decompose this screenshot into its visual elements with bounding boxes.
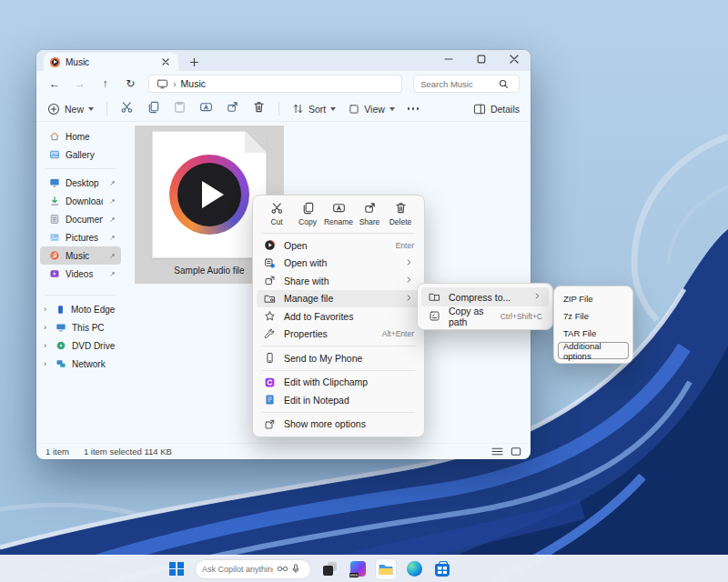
task-view-button[interactable]: [319, 559, 339, 579]
sidebar-divider: [46, 295, 116, 296]
search-input[interactable]: [420, 79, 499, 89]
sidebar-label: Pictures: [66, 233, 98, 243]
sidebar-item-phone[interactable]: › Moto Edge 50 Neo: [40, 300, 121, 318]
file-explorer-icon: [378, 561, 394, 577]
copy-command[interactable]: Copy: [293, 201, 322, 226]
forward-icon[interactable]: →: [73, 77, 87, 90]
menu-label: Additional options: [563, 341, 623, 361]
tab-music[interactable]: Music: [44, 53, 178, 71]
microsoft-store-button[interactable]: [432, 559, 452, 579]
details-label: Details: [490, 104, 520, 115]
up-icon[interactable]: ↑: [98, 77, 113, 90]
rename-command[interactable]: Rename: [324, 201, 353, 226]
file-explorer-button[interactable]: [376, 559, 396, 579]
menu-shortcut: Ctrl+Shift+C: [500, 312, 542, 321]
rename-button[interactable]: [199, 100, 213, 117]
breadcrumb[interactable]: Music: [181, 78, 206, 89]
cut-command[interactable]: Cut: [262, 201, 291, 226]
microphone-icon[interactable]: [292, 564, 299, 574]
details-view-icon[interactable]: [491, 447, 503, 457]
address-bar[interactable]: › Music: [148, 75, 402, 93]
context-menu: Cut Copy Rename Share Delete: [252, 195, 425, 437]
paste-button[interactable]: [173, 100, 187, 117]
submenu-item-zip-file[interactable]: ZIP File: [558, 290, 629, 307]
delete-button[interactable]: [252, 100, 266, 117]
sidebar-item-network[interactable]: › Network: [40, 355, 121, 373]
pin-icon: [108, 252, 116, 260]
refresh-icon[interactable]: ↻: [123, 77, 137, 90]
sort-button[interactable]: Sort: [292, 103, 336, 115]
menu-item-add-to-favorites[interactable]: Add to Favorites: [257, 307, 420, 326]
menu-item-share-with[interactable]: Share with: [257, 272, 420, 290]
cut-button[interactable]: [120, 100, 134, 117]
maximize-button[interactable]: [474, 53, 489, 65]
new-button[interactable]: New: [47, 103, 94, 115]
submenu-item-compress-to[interactable]: Compress to...: [421, 287, 549, 306]
submenu-item-additional-options[interactable]: Additional options: [558, 342, 629, 359]
taskbar-search[interactable]: [195, 559, 311, 579]
tab-close-icon[interactable]: [159, 55, 172, 68]
phone-outline-icon: [263, 352, 276, 365]
windows-logo-icon: [169, 562, 184, 577]
menu-item-edit-in-notepad[interactable]: Edit in Notepad: [257, 391, 420, 409]
location-icon: [157, 79, 168, 89]
sidebar-label: Downloads: [66, 196, 103, 206]
sidebar-item-dvd-drive[interactable]: › DVD Drive (D:) CCC: [40, 336, 121, 355]
submenu-item-7z-file[interactable]: 7z File: [558, 307, 629, 325]
documents-icon: [49, 214, 60, 225]
view-button[interactable]: View: [349, 104, 395, 115]
phone-icon: [56, 305, 66, 315]
sidebar-item-gallery[interactable]: Gallery: [40, 146, 121, 164]
desktop: Music ← → ↑: [0, 0, 728, 582]
menu-label: TAR File: [563, 328, 596, 338]
large-icons-view-icon[interactable]: [511, 447, 521, 457]
menu-item-properties[interactable]: Properties Alt+Enter: [257, 326, 420, 344]
sidebar-item-music[interactable]: Music: [40, 246, 121, 265]
videos-icon: [49, 268, 60, 279]
sidebar-item-home[interactable]: Home: [40, 127, 121, 146]
expand-chevron-icon[interactable]: ›: [44, 305, 50, 314]
submenu-item-tar-file[interactable]: TAR File: [558, 325, 629, 342]
share-button[interactable]: [226, 100, 239, 117]
menu-item-open[interactable]: Open Enter: [257, 236, 420, 255]
new-tab-button[interactable]: [187, 55, 200, 68]
share-command[interactable]: Share: [355, 201, 384, 226]
expand-chevron-icon[interactable]: ›: [44, 341, 50, 350]
sidebar-item-desktop[interactable]: Desktop: [40, 174, 121, 192]
submenu-item-copy-as-path[interactable]: Copy as path Ctrl+Shift+C: [421, 306, 549, 326]
close-button[interactable]: [507, 53, 521, 65]
menu-divider: [262, 370, 415, 371]
sidebar-item-videos[interactable]: Videos: [40, 265, 121, 283]
manage-file-submenu: Compress to... Copy as path Ctrl+Shift+C: [417, 283, 553, 330]
back-icon[interactable]: ←: [47, 77, 62, 90]
start-button[interactable]: [167, 559, 187, 579]
view-icon: [349, 104, 359, 115]
expand-chevron-icon[interactable]: ›: [44, 323, 50, 332]
edge-button[interactable]: [404, 559, 424, 579]
msn-button[interactable]: MSN: [348, 559, 368, 579]
menu-item-edit-with-clipchamp[interactable]: Edit with Clipchamp: [257, 374, 420, 392]
more-options-icon[interactable]: [408, 107, 420, 110]
expand-chevron-icon[interactable]: ›: [44, 359, 50, 368]
minimize-button[interactable]: [441, 53, 456, 65]
menu-item-show-more-options[interactable]: Show more options: [257, 416, 420, 434]
delete-command[interactable]: Delete: [386, 201, 415, 226]
copilot-search-input[interactable]: [202, 565, 273, 574]
details-toggle-button[interactable]: Details: [473, 104, 520, 115]
menu-label: ZIP File: [563, 294, 593, 304]
sidebar-item-downloads[interactable]: Downloads: [40, 192, 121, 210]
copy-button[interactable]: [147, 100, 160, 117]
play-icon: [202, 181, 224, 208]
sidebar-item-this-pc[interactable]: › This PC: [40, 318, 121, 336]
search-box[interactable]: [413, 75, 520, 93]
menu-item-send-to-phone[interactable]: Send to My Phone: [257, 349, 420, 367]
menu-item-manage-file[interactable]: Manage file: [257, 290, 420, 308]
compress-folder-icon: [428, 291, 440, 304]
menu-item-open-with[interactable]: Open with: [257, 255, 420, 273]
downloads-icon: [49, 196, 60, 206]
sidebar-item-documents[interactable]: Documents: [40, 210, 121, 228]
pin-icon: [108, 216, 116, 224]
network-icon: [56, 358, 66, 369]
edge-icon: [407, 561, 422, 577]
sidebar-item-pictures[interactable]: Pictures: [40, 228, 121, 246]
